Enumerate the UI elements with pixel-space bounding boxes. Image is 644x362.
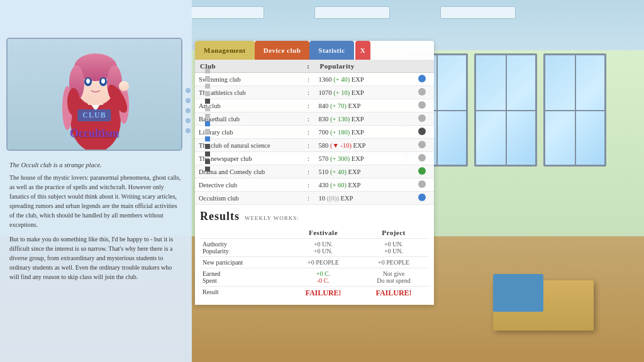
club-popularity: 580 (▼ -10) EXP (315, 139, 411, 152)
nav-dot-5[interactable] (186, 128, 191, 133)
window-2 (474, 53, 537, 167)
table-row: The club of natural science : 580 (▼ -10… (195, 139, 434, 152)
club-action[interactable] (410, 99, 434, 112)
club-name: Swimming club (195, 73, 302, 86)
th-popularity: Popularity (315, 60, 411, 73)
table-row: Art club : 840 (+ 70) EXP (195, 99, 434, 112)
table-row: Swimming club : 1360 (+ 40) EXP (195, 73, 434, 86)
ceiling-light-1 (189, 6, 264, 19)
club-action[interactable] (410, 165, 434, 178)
club-popularity: 1070 (+ 10) EXP (315, 86, 411, 99)
club-popularity: 840 (+ 70) EXP (315, 99, 411, 112)
club-name: The club of natural science (195, 139, 302, 152)
results-label-authority: AuthorityPopularity (200, 238, 288, 256)
row-sep: : (302, 73, 314, 86)
marker-9 (205, 129, 210, 134)
club-name: Occultism club (195, 192, 302, 205)
marker-6 (205, 106, 210, 111)
marker-3 (205, 84, 210, 89)
marker-14 (205, 167, 210, 172)
table-row: Occultism club : 10 ((0)) EXP (195, 192, 434, 205)
results-label-result: Result (200, 286, 288, 300)
club-action[interactable] (410, 126, 434, 139)
results-project-result: FAILURE! (358, 286, 429, 300)
results-project-earned: Not giveDo not spend (358, 268, 429, 286)
results-label-participant: New participant (200, 256, 288, 268)
right-panel-markers (205, 68, 210, 172)
club-label: CLUB (77, 109, 111, 121)
row-sep: : (302, 178, 314, 192)
th-sep: : (302, 60, 314, 73)
row-sep: : (302, 86, 314, 99)
marker-11 (205, 144, 210, 149)
club-action[interactable] (410, 192, 434, 205)
results-label-earned: EarnedSpent (200, 268, 288, 286)
chair (493, 274, 543, 312)
nav-dot-4[interactable] (186, 118, 191, 123)
club-popularity: 430 (+ 60) EXP (315, 178, 411, 192)
club-popularity: 510 (+ 40) EXP (315, 165, 411, 178)
nav-dots (186, 88, 191, 133)
description-line1: The Occult club is a strange place. (9, 160, 182, 170)
results-section: Results Weekly works: Festivale Project … (195, 205, 434, 305)
results-title: Results (200, 210, 240, 223)
club-action[interactable] (410, 152, 434, 165)
table-row: Drama and Comedy club : 510 (+ 40) EXP (195, 165, 434, 178)
window-3 (543, 53, 606, 167)
results-col-project: Project (358, 227, 429, 238)
tab-statistic[interactable]: Statistic (309, 41, 353, 60)
club-action[interactable] (410, 73, 434, 86)
th-club: Club (195, 60, 302, 73)
left-panel: CLUB Occultism The Occult club is a stra… (0, 0, 192, 362)
results-grid: Festivale Project AuthorityPopularity +0… (200, 227, 429, 300)
club-action[interactable] (410, 86, 434, 99)
club-name: Detective club (195, 178, 302, 192)
row-sep: : (302, 139, 314, 152)
windows-area (405, 53, 606, 167)
results-festivale-earned: +0 C. -0 C. (288, 268, 358, 286)
nav-dot-3[interactable] (186, 108, 191, 113)
th-action (410, 60, 434, 73)
club-name: Drama and Comedy club (195, 165, 302, 178)
results-festivale-participant: +0 PEOPLE (288, 256, 358, 268)
stats-table: Club : Popularity Swimming club : 1360 (… (195, 60, 434, 205)
description-line2: The house of the mystic lovers: paranorm… (9, 173, 182, 229)
occultism-title: Occultism (70, 127, 119, 140)
table-row: Literary club : 700 (+ 180) EXP (195, 126, 434, 139)
tab-management[interactable]: Management (195, 41, 255, 60)
ceiling-light-2 (314, 6, 390, 19)
row-sep: : (302, 192, 314, 205)
results-festivale-result: FAILURE! (288, 286, 358, 300)
tab-device-club[interactable]: Device club (255, 41, 310, 60)
tab-bar: Management Device club Statistic X (195, 41, 434, 60)
row-sep: : (302, 112, 314, 126)
nav-dot-2[interactable] (186, 98, 191, 103)
description-area: The Occult club is a strange place. The … (9, 160, 182, 282)
tab-close[interactable]: X (355, 41, 370, 60)
character-area: CLUB Occultism (6, 38, 182, 151)
row-sep: : (302, 99, 314, 112)
club-action[interactable] (410, 139, 434, 152)
row-sep: : (302, 152, 314, 165)
nav-dot-1[interactable] (186, 88, 191, 93)
marker-7 (205, 114, 210, 119)
marker-8 (205, 121, 210, 126)
main-panel: Management Device club Statistic X Club … (195, 41, 434, 305)
marker-2 (205, 76, 210, 81)
club-popularity: 1360 (+ 40) EXP (315, 73, 411, 86)
ceiling-light-3 (440, 6, 516, 19)
club-action[interactable] (410, 112, 434, 126)
results-col-label (200, 227, 288, 238)
club-popularity: 830 (+ 130) EXP (315, 112, 411, 126)
marker-10 (205, 136, 210, 141)
club-popularity: 700 (+ 180) EXP (315, 126, 411, 139)
svg-point-11 (86, 79, 90, 84)
results-subtitle: Weekly works: (245, 215, 299, 221)
marker-1 (205, 69, 210, 74)
marker-4 (205, 91, 210, 96)
club-popularity: 570 (+ 300) EXP (315, 152, 411, 165)
club-action[interactable] (410, 178, 434, 192)
table-row: Basketball club : 830 (+ 130) EXP (195, 112, 434, 126)
table-row: The newspaper club : 570 (+ 300) EXP (195, 152, 434, 165)
club-name: The athletics club (195, 86, 302, 99)
